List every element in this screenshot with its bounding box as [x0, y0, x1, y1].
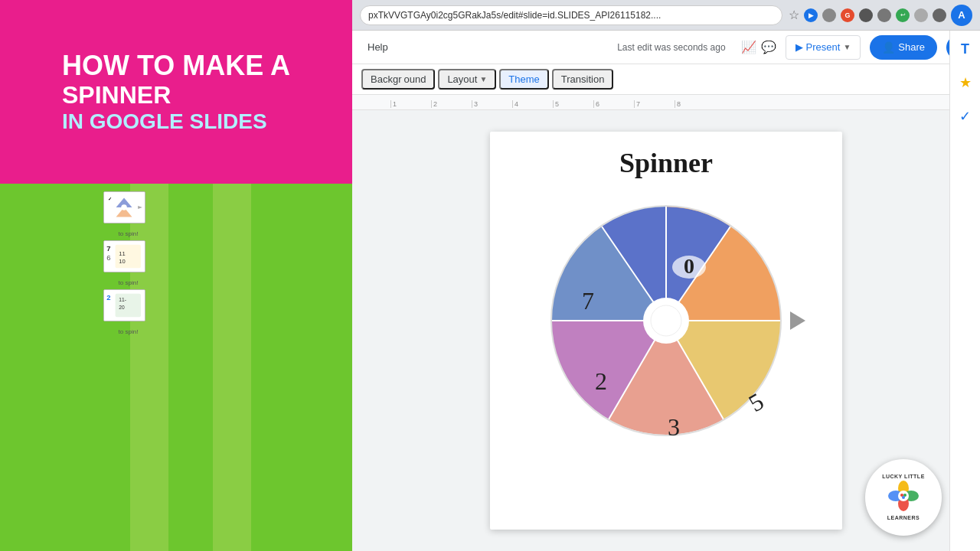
ext-icon-2[interactable]: G [841, 8, 854, 22]
logo-text-bottom: LEARNERS [887, 515, 920, 521]
spinner-svg: 0 5 4 3 2 7 [536, 191, 796, 451]
sidebar-icon-T[interactable]: T [955, 38, 976, 60]
background-button[interactable]: Background [361, 69, 435, 90]
present-button[interactable]: ▶ Present ▼ [786, 35, 861, 60]
ruler: 1 2 3 4 5 6 7 8 [352, 95, 980, 110]
thumb-slide-1[interactable]: ✓ [103, 191, 145, 223]
svg-point-4 [121, 204, 127, 210]
thumb-slide-3[interactable]: 2 11- 20 [103, 289, 145, 321]
top-toolbar: Help Last edit was seconds ago 📈 💬 ▶ Pre… [352, 31, 980, 64]
slides-icon: ▶ [804, 8, 818, 22]
ruler-mark-1: 1 [390, 100, 431, 108]
menu-items: Help [361, 38, 394, 56]
ext-icon-6[interactable] [914, 8, 928, 22]
title-text: HOW TO MAKE A SPINNER IN GOOGLE SLIDES [62, 50, 290, 134]
background-label-end: ound [403, 73, 426, 85]
ruler-mark-3: 3 [472, 100, 512, 108]
ruler-mark-4: 4 [512, 100, 553, 108]
ruler-mark-6: 6 [593, 100, 634, 108]
last-edit-status: Last edit was seconds ago [617, 42, 725, 53]
right-sidebar: T ★ ✓ [949, 31, 980, 551]
theme-button[interactable]: Theme [499, 69, 548, 90]
spinner-container[interactable]: 0 5 4 3 2 7 [536, 191, 796, 451]
green-bar-2 [213, 184, 251, 551]
share-label: Share [898, 41, 925, 53]
ext-icon-4[interactable] [877, 8, 891, 22]
slide-title: Spinner [619, 147, 713, 179]
svg-text:2: 2 [595, 367, 607, 395]
svg-text:11-: 11- [119, 297, 126, 302]
background-label: Backgr [371, 73, 401, 85]
ruler-marks: 1 2 3 4 5 6 7 8 [352, 95, 980, 109]
svg-text:10: 10 [119, 258, 125, 265]
transition-label: Transition [561, 73, 605, 85]
thumb-label-2: to spin! [103, 279, 153, 286]
ruler-mark-2: 2 [431, 100, 472, 108]
ruler-mark-5: 5 [553, 100, 593, 108]
svg-text:11: 11 [119, 250, 125, 257]
ext-icon-1[interactable] [822, 8, 836, 22]
chat-icon[interactable]: 💬 [761, 40, 776, 54]
share-button[interactable]: 👤 Share [870, 35, 937, 60]
ext-icon-3[interactable] [859, 8, 873, 22]
sidebar-icon-star[interactable]: ★ [955, 72, 976, 93]
star-icon[interactable]: ☆ [789, 8, 799, 22]
title-line2: SPINNER [62, 81, 290, 109]
trending-icon: 📈 [741, 40, 756, 54]
svg-text:6: 6 [106, 253, 110, 262]
thumb-slide-2[interactable]: 7 6 11 10 [103, 240, 145, 272]
layout-button[interactable]: Layout ▼ [438, 69, 496, 90]
ext-icon-7[interactable] [933, 8, 946, 22]
svg-text:20: 20 [119, 305, 125, 310]
svg-text:7: 7 [106, 244, 110, 253]
thumbnail-list: ✓ to spin! 7 6 11 10 to spin! 2 11- 20 t… [103, 191, 153, 335]
user-avatar[interactable]: A [951, 5, 972, 26]
svg-point-41 [902, 496, 905, 499]
spinner-arrow [790, 311, 805, 330]
present-label: Present [806, 41, 841, 53]
logo-badge: LUCKY LITTLE LEARNERS [865, 459, 942, 536]
share-icon: 👤 [882, 41, 895, 54]
svg-text:2: 2 [106, 293, 110, 302]
ruler-mark-8: 8 [675, 100, 715, 108]
sidebar-icon-check[interactable]: ✓ [955, 106, 976, 127]
svg-text:✓: ✓ [108, 197, 112, 201]
present-icon: ▶ [795, 41, 803, 53]
present-dropdown-arrow[interactable]: ▼ [843, 43, 851, 51]
title-overlay: HOW TO MAKE A SPINNER IN GOOGLE SLIDES [0, 0, 352, 184]
thumb-label-1: to spin! [103, 230, 153, 237]
browser-bar: pxTkVVGTGAy0i2cg5GRakJa5s/edit#slide=id.… [352, 0, 980, 31]
menu-item-help[interactable]: Help [361, 38, 394, 56]
format-bar: Background Layout ▼ Theme Transition ⌃ [352, 64, 980, 95]
svg-text:0: 0 [684, 254, 694, 278]
browser-icons: ☆ ▶ G ↩ A [789, 5, 972, 26]
layout-arrow: ▼ [479, 75, 487, 83]
svg-text:3: 3 [668, 413, 680, 441]
url-bar[interactable]: pxTkVVGTGAy0i2cg5GRakJa5s/edit#slide=id.… [360, 5, 782, 25]
svg-text:7: 7 [582, 287, 594, 315]
transition-button[interactable]: Transition [552, 69, 614, 90]
slide[interactable]: Spinner [490, 132, 842, 530]
title-line3: IN GOOGLE SLIDES [62, 109, 290, 134]
url-text: pxTkVVGTGAy0i2cg5GRakJa5s/edit#slide=id.… [368, 10, 661, 21]
layout-label: Layout [447, 73, 477, 85]
svg-point-33 [651, 305, 681, 336]
logo-text-top: LUCKY LITTLE [882, 474, 925, 480]
title-line1: HOW TO MAKE A [62, 50, 290, 81]
ext-icon-5[interactable]: ↩ [896, 8, 910, 22]
logo-petals [888, 481, 919, 515]
theme-label: Theme [508, 73, 539, 85]
logo-inner: LUCKY LITTLE LEARNERS [867, 461, 939, 533]
thumb-label-3: to spin! [103, 328, 153, 335]
ruler-mark-7: 7 [634, 100, 675, 108]
